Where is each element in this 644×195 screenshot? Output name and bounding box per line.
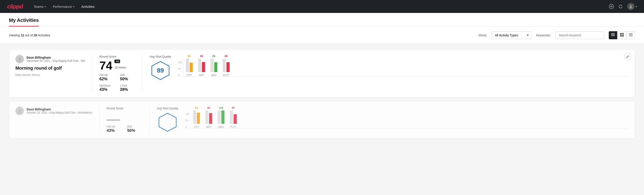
show-label: Show: (478, 34, 487, 37)
svg-rect-7 (620, 33, 622, 34)
gir-label: GIR (127, 125, 142, 128)
quality-section: Avg Shot Quality 100 50 0 (157, 107, 628, 132)
add-button[interactable] (609, 4, 614, 9)
view-toggles (609, 31, 635, 39)
round-score-label: Round Score (99, 55, 135, 58)
activity-title: Morning round of golf (16, 66, 85, 71)
activity-date: October 16, 2021 - Gog Magog Golf Club -… (26, 111, 92, 114)
bar-arg: 89 ARG (210, 55, 217, 76)
bar-label: APP (199, 74, 204, 76)
gir-stat: GIR 50% (120, 74, 135, 82)
bar-putt: 87 PUTT (230, 106, 237, 128)
bar-value: 106 (219, 106, 223, 110)
gir-stat: GIR 56% (127, 125, 142, 133)
grid-view-button[interactable] (618, 31, 626, 39)
nav-performance[interactable]: Performance ▾ (53, 5, 74, 8)
fw-hit-label: FW Hit (99, 74, 114, 77)
quality-section: Avg Shot Quality 89 100 50 0 (150, 55, 628, 80)
user-info: Dave Billingham December 05, 2021 - Gog … (26, 56, 85, 62)
list-view-button[interactable] (609, 31, 617, 39)
nav-teams[interactable]: Teams ▾ (34, 5, 46, 8)
bar-value: 87 (232, 106, 235, 110)
bar-value: 94 (195, 106, 198, 110)
updown-stat: Up/Down 43% (99, 84, 114, 92)
round-score-value: 74 (99, 60, 112, 72)
svg-rect-8 (622, 33, 624, 34)
user-name: Dave Billingham (26, 108, 92, 111)
bar-putt: 89 PUTT (223, 55, 230, 76)
hexagon-score-badge (158, 112, 178, 132)
hexagon-chart: 89 (150, 60, 171, 80)
edit-button[interactable] (624, 53, 631, 60)
bar-value: 90 (200, 55, 203, 58)
nav-activities[interactable]: Activities (82, 5, 94, 8)
quality-label: Avg Shot Quality (157, 107, 178, 110)
bar-arg: 106 ARG (218, 106, 224, 128)
svg-rect-11 (629, 33, 632, 34)
bar-value: 85 (188, 55, 191, 58)
page-header: My Activities (0, 13, 644, 27)
chevron-down-icon: ▾ (45, 5, 46, 8)
chevron-down-icon: ▾ (73, 5, 74, 8)
updown-value: 43% (99, 87, 114, 92)
viewing-count-text: Viewing 12 out of 29 Activities (9, 34, 474, 37)
keyword-search-input[interactable] (555, 32, 604, 39)
bar-ott: 85 OTT (186, 55, 193, 76)
oneputt-stat: 1 Putt 28% (120, 84, 135, 92)
quality-score: 89 (157, 67, 164, 74)
fw-hit-value: 62% (99, 77, 114, 82)
avatar (627, 3, 634, 10)
fw-hit-stat: FW Hit 43% (107, 125, 122, 133)
user-name: Dave Billingham (26, 56, 85, 59)
user-info: Dave Billingham October 16, 2021 - Gog M… (26, 108, 92, 114)
svg-point-15 (18, 58, 21, 60)
keywords-label: Keywords: (536, 34, 551, 37)
svg-rect-6 (611, 36, 615, 36)
bar-app: 92 APP (205, 106, 212, 128)
bar-ott: 94 OTT (193, 106, 200, 128)
gir-label: GIR (120, 74, 135, 77)
bar-label: ARG (218, 126, 224, 128)
bar-value: 89 (212, 55, 215, 58)
nav-actions: ▾ (609, 3, 637, 10)
viewing-total: 29 (34, 34, 37, 37)
refresh-button[interactable] (618, 4, 623, 9)
nav-activities-label: Activities (82, 5, 94, 8)
svg-rect-14 (629, 36, 632, 36)
svg-rect-10 (622, 35, 624, 36)
brand-logo[interactable]: clippd (7, 3, 23, 10)
hexagon-score-badge: 89 (150, 60, 170, 80)
filter-bar: Viewing 12 out of 29 Activities Show: Al… (0, 27, 644, 44)
data-source: Data Source: Arccos (16, 74, 85, 76)
bar-label: PUTT (223, 74, 230, 76)
shot-quality-chart: 100 50 0 85 (178, 59, 628, 77)
activities-list: Dave Billingham December 05, 2021 - Gog … (0, 44, 644, 144)
viewing-suffix: Activities (38, 34, 50, 37)
bar-label: OTT (187, 74, 192, 76)
user-menu[interactable]: ▾ (627, 3, 637, 10)
compact-view-button[interactable] (626, 31, 635, 39)
bar-app: 90 APP (198, 55, 205, 76)
gir-value: 56% (127, 128, 142, 133)
y-axis: 100 50 0 (178, 61, 182, 77)
activity-card: Dave Billingham December 05, 2021 - Gog … (9, 49, 635, 98)
viewing-current: 12 (21, 34, 24, 37)
holes-count: 18 Holes (114, 66, 126, 69)
bar-value: 92 (207, 106, 210, 110)
card-divider (92, 55, 92, 92)
svg-rect-12 (629, 34, 632, 34)
card-info: Dave Billingham October 16, 2021 - Gog M… (16, 107, 92, 117)
activity-card: Dave Billingham October 16, 2021 - Gog M… (9, 101, 635, 138)
round-score-label: Round Score (107, 107, 142, 110)
y-axis: 100 50 0 (186, 113, 189, 128)
activity-type-select[interactable]: All Activity Types Round Practice (492, 32, 532, 39)
page-title: My Activities (9, 18, 39, 26)
svg-rect-4 (611, 33, 615, 34)
svg-marker-18 (159, 113, 176, 132)
round-score-section: Round Score 74 +4 18 Holes FW Hit 62% GI… (99, 55, 135, 92)
nav-performance-label: Performance (53, 5, 72, 8)
oneputt-value: 28% (120, 87, 135, 92)
svg-point-17 (18, 109, 21, 112)
fw-hit-label: FW Hit (107, 125, 122, 128)
mini-stats: FW Hit 43% GIR 56% (107, 125, 142, 133)
